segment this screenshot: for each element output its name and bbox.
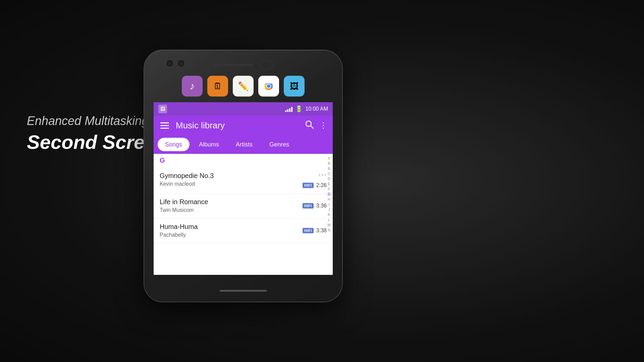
camera-area bbox=[166, 60, 185, 67]
song-artist-3: Pachabelly bbox=[160, 232, 303, 238]
signal-bar-4 bbox=[291, 107, 292, 112]
alpha-e[interactable]: E bbox=[328, 181, 330, 186]
camera-lens-1 bbox=[166, 60, 173, 67]
song-title-1: Gymnopedie No.3 bbox=[160, 172, 303, 180]
song-meta-3: HIFI 3:38 bbox=[303, 228, 327, 234]
alpha-h[interactable]: H bbox=[328, 197, 330, 201]
tab-artists[interactable]: Artists bbox=[228, 138, 260, 151]
meta-row-1: HIFI 2:26 bbox=[303, 182, 327, 188]
camera-lens-2 bbox=[177, 60, 185, 67]
alpha-n[interactable]: N bbox=[328, 228, 330, 232]
alpha-k[interactable]: K bbox=[328, 212, 330, 217]
alpha-d[interactable]: D bbox=[328, 176, 330, 181]
signal-icon bbox=[285, 106, 292, 112]
meta-row-2: HIFI 3:36 bbox=[303, 203, 327, 209]
status-time: 10:00 AM bbox=[305, 106, 328, 112]
earpiece-area bbox=[213, 60, 273, 70]
app-icons-row: ♪ 🗓 ✏️ 🖼 bbox=[182, 76, 305, 97]
section-header-g: G bbox=[154, 154, 333, 166]
song-artist-2: Twin Musicom bbox=[160, 207, 303, 213]
song-artist-1: Kevin macleod bbox=[160, 181, 303, 187]
notes-app-icon[interactable]: ✏️ bbox=[233, 76, 254, 97]
alpha-i[interactable]: I bbox=[328, 202, 329, 207]
hamburger-line-3 bbox=[160, 128, 169, 129]
phone-shell: ♪ 🗓 ✏️ 🖼 🖼 bbox=[144, 50, 342, 302]
hifi-badge-3: HIFI bbox=[303, 228, 314, 233]
speaker-dot bbox=[260, 60, 273, 70]
signal-bar-1 bbox=[285, 110, 286, 112]
alpha-g[interactable]: G bbox=[328, 192, 331, 196]
alpha-hash[interactable]: # bbox=[328, 156, 330, 161]
battery-icon: 🔋 bbox=[295, 105, 303, 113]
song-title-3: Huma-Huma bbox=[160, 223, 303, 231]
phone-device: ♪ 🗓 ✏️ 🖼 🖼 bbox=[144, 50, 342, 302]
alpha-b[interactable]: B bbox=[328, 166, 330, 171]
svg-line-5 bbox=[311, 126, 313, 128]
chrome-app-icon[interactable] bbox=[258, 76, 279, 97]
search-button[interactable] bbox=[305, 120, 314, 131]
status-right: 🔋 10:00 AM bbox=[285, 105, 328, 113]
status-bar: 🖼 🔋 10:00 AM bbox=[154, 102, 333, 116]
calendar-app-icon[interactable]: 🗓 bbox=[207, 76, 228, 97]
tab-songs[interactable]: Songs bbox=[158, 138, 190, 151]
song-info-3: Huma-Huma Pachabelly bbox=[160, 223, 303, 238]
hamburger-menu-button[interactable] bbox=[159, 121, 170, 130]
tab-albums[interactable]: Albums bbox=[192, 138, 226, 151]
alpha-j[interactable]: J bbox=[328, 207, 330, 212]
photos-app-icon[interactable]: 🖼 bbox=[284, 76, 305, 97]
more-options-button[interactable]: ⋮ bbox=[319, 121, 327, 129]
tab-genres[interactable]: Genres bbox=[262, 138, 297, 151]
song-info-1: Gymnopedie No.3 Kevin macleod bbox=[160, 172, 303, 187]
alpha-c[interactable]: C bbox=[328, 171, 330, 176]
svg-point-3 bbox=[267, 84, 270, 88]
signal-bar-3 bbox=[289, 108, 290, 112]
alpha-index: # A B C D E F G H I J K L M N bbox=[325, 154, 333, 243]
alpha-f[interactable]: F bbox=[328, 187, 330, 191]
hifi-badge-1: HIFI bbox=[303, 183, 314, 188]
phone-home-bar bbox=[220, 290, 267, 292]
signal-bar-2 bbox=[287, 109, 288, 112]
tab-bar: Songs Albums Artists Genres bbox=[154, 135, 333, 154]
hifi-badge-2: HIFI bbox=[303, 203, 314, 208]
meta-row-3: HIFI 3:38 bbox=[303, 228, 327, 234]
phone-screen: 🖼 🔋 10:00 AM bbox=[154, 102, 333, 275]
song-item-1[interactable]: Gymnopedie No.3 Kevin macleod ··· HIFI 2… bbox=[154, 166, 333, 193]
app-bar-title: Music library bbox=[176, 120, 299, 131]
hamburger-line-1 bbox=[160, 122, 169, 123]
song-list: G Gymnopedie No.3 Kevin macleod ··· HIFI… bbox=[154, 154, 333, 243]
alpha-a[interactable]: A bbox=[328, 161, 330, 166]
hamburger-line-2 bbox=[160, 125, 169, 126]
alpha-m[interactable]: M bbox=[327, 223, 330, 227]
song-meta-2: HIFI 3:36 bbox=[303, 203, 327, 209]
song-info-2: Life in Romance Twin Musicom bbox=[160, 198, 303, 213]
song-item-3[interactable]: Huma-Huma Pachabelly HIFI 3:38 bbox=[154, 218, 333, 243]
song-item-2[interactable]: Life in Romance Twin Musicom HIFI 3:36 bbox=[154, 193, 333, 218]
alpha-l[interactable]: L bbox=[328, 218, 330, 222]
status-bar-app-icon: 🖼 bbox=[158, 105, 167, 113]
music-app-icon[interactable]: ♪ bbox=[182, 76, 203, 97]
song-title-2: Life in Romance bbox=[160, 198, 303, 206]
song-meta-1: ··· HIFI 2:26 bbox=[303, 170, 327, 188]
earpiece-grille bbox=[213, 64, 254, 66]
app-bar: Music library ⋮ bbox=[154, 116, 333, 135]
